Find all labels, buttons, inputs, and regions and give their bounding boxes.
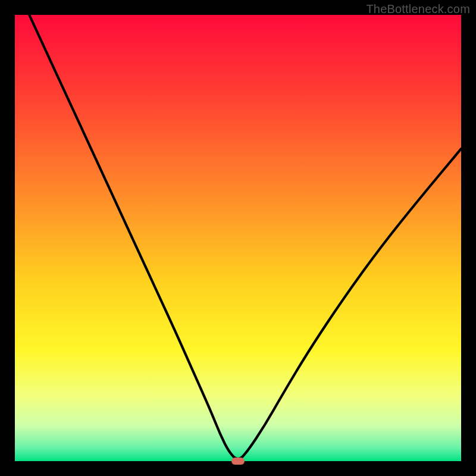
bottleneck-curve — [15, 15, 461, 461]
watermark-label: TheBottleneck.com — [366, 2, 470, 16]
chart-frame: TheBottleneck.com — [0, 0, 476, 476]
bottleneck-minimum-marker — [231, 458, 245, 465]
plot-area — [15, 15, 461, 461]
